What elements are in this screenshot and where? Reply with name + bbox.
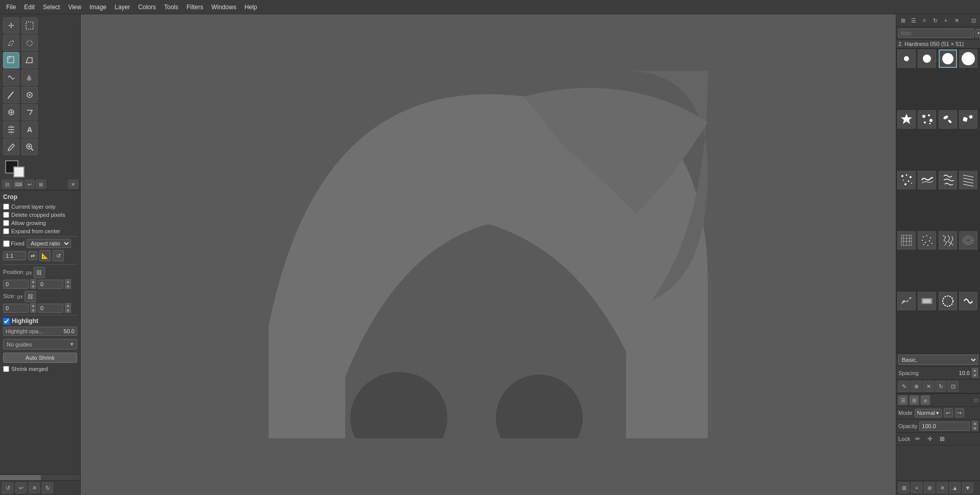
layers-mode-redo-btn[interactable]: ↪ bbox=[955, 408, 964, 417]
ratio-width-input[interactable] bbox=[3, 251, 26, 260]
color-picker-tool[interactable] bbox=[3, 139, 19, 155]
bucket-fill-tool[interactable] bbox=[21, 69, 38, 86]
left-panel-scrollbar[interactable] bbox=[0, 474, 80, 480]
pencil-tool[interactable] bbox=[3, 87, 19, 103]
menu-image[interactable]: Image bbox=[85, 3, 110, 12]
device-status-tab[interactable]: ⌨ bbox=[13, 180, 23, 189]
scroll-thumb[interactable] bbox=[0, 475, 41, 480]
warp-transform-tool[interactable] bbox=[3, 69, 19, 86]
layers-tab-icon[interactable]: ☰ bbox=[898, 395, 907, 405]
size-chain-btn[interactable]: ⛓ bbox=[25, 291, 36, 302]
restore-settings-btn[interactable]: ↻ bbox=[42, 482, 53, 493]
brush-cell-17[interactable] bbox=[897, 292, 916, 310]
menu-filters[interactable]: Filters bbox=[182, 3, 207, 12]
brushes-settings-icon[interactable]: ⊡ bbox=[969, 16, 978, 25]
brush-cell-11[interactable] bbox=[939, 171, 957, 189]
menu-select[interactable]: Select bbox=[39, 3, 64, 12]
ratio-save-button[interactable]: 📐 bbox=[39, 250, 51, 261]
brushes-tag-icon[interactable]: ⌗ bbox=[920, 16, 929, 25]
brush-cell-2[interactable] bbox=[918, 50, 936, 68]
undo-history-tab[interactable]: ↩ bbox=[25, 180, 35, 189]
brush-cell-6[interactable] bbox=[918, 110, 936, 129]
menu-view[interactable]: View bbox=[64, 3, 85, 12]
move-tool[interactable]: ✛ bbox=[3, 17, 19, 34]
position-y-up[interactable]: ▲ bbox=[65, 279, 71, 284]
guides-dropdown[interactable]: No guides ▾ bbox=[3, 339, 77, 350]
smudge-tool[interactable] bbox=[21, 104, 38, 120]
text-tool[interactable]: A bbox=[21, 121, 38, 138]
allow-growing-checkbox[interactable] bbox=[3, 220, 9, 226]
lock-all-icon[interactable]: ⊠ bbox=[938, 434, 947, 443]
menu-colors[interactable]: Colors bbox=[134, 3, 160, 12]
layers-mode-undo-btn[interactable]: ↩ bbox=[944, 408, 953, 417]
brush-cell-13[interactable] bbox=[897, 231, 916, 250]
reset-tool-btn[interactable]: ↺ bbox=[2, 482, 13, 493]
brush-cell-16[interactable] bbox=[959, 231, 977, 250]
brush-cell-3[interactable] bbox=[939, 50, 957, 68]
size-w-up[interactable]: ▲ bbox=[30, 303, 36, 308]
undo-settings-btn[interactable]: ↩ bbox=[15, 482, 27, 493]
brush-delete-btn[interactable]: ✕ bbox=[923, 381, 934, 392]
background-color-swatch[interactable] bbox=[13, 166, 25, 178]
menu-windows[interactable]: Windows bbox=[207, 3, 241, 12]
lock-position-icon[interactable]: ✛ bbox=[925, 434, 935, 443]
menu-tools[interactable]: Tools bbox=[160, 3, 182, 12]
paths-tab-icon[interactable]: ⌀ bbox=[921, 395, 930, 405]
heal-tool[interactable] bbox=[3, 104, 19, 120]
free-select-tool[interactable] bbox=[3, 35, 19, 51]
brush-cell-9[interactable] bbox=[897, 171, 916, 189]
size-width-input[interactable] bbox=[3, 304, 29, 313]
brush-cell-10[interactable] bbox=[918, 171, 936, 189]
tool-options-tab[interactable]: ⊟ bbox=[2, 180, 12, 189]
size-height-input[interactable] bbox=[38, 304, 63, 313]
position-x-down[interactable]: ▼ bbox=[30, 284, 36, 289]
new-layer-group-btn[interactable]: ⊞ bbox=[898, 482, 910, 493]
spacing-up-button[interactable]: ▲ bbox=[972, 368, 978, 373]
size-h-down[interactable]: ▼ bbox=[65, 308, 71, 313]
menu-help[interactable]: Help bbox=[241, 3, 261, 12]
brush-cell-19[interactable] bbox=[939, 292, 957, 310]
perspective-tool[interactable] bbox=[21, 52, 38, 68]
brush-cell-1[interactable] bbox=[897, 50, 916, 68]
delete-layer-btn[interactable]: ✕ bbox=[937, 482, 948, 493]
delete-cropped-pixels-checkbox[interactable] bbox=[3, 212, 9, 218]
brush-duplicate-btn[interactable]: ⊕ bbox=[911, 381, 922, 392]
auto-shrink-button[interactable]: Auto Shrink bbox=[3, 353, 77, 363]
filter-dropdown-button[interactable]: ▾ bbox=[975, 29, 980, 37]
position-x-input[interactable] bbox=[3, 280, 29, 289]
duplicate-layer-btn[interactable]: ⊕ bbox=[924, 482, 935, 493]
current-layer-only-checkbox[interactable] bbox=[3, 204, 9, 210]
lock-pixels-icon[interactable]: ✏ bbox=[913, 434, 922, 443]
align-tool[interactable] bbox=[3, 121, 19, 138]
menu-edit[interactable]: Edit bbox=[20, 3, 39, 12]
expand-from-center-checkbox[interactable] bbox=[3, 228, 9, 234]
rectangle-select-tool[interactable] bbox=[21, 17, 38, 34]
layers-mode-select[interactable]: Normal ▾ bbox=[915, 409, 942, 417]
menu-file[interactable]: File bbox=[2, 3, 20, 12]
paintbrush-tool[interactable] bbox=[21, 87, 38, 103]
layer-down-btn[interactable]: ▼ bbox=[962, 482, 973, 493]
position-y-input[interactable] bbox=[38, 280, 63, 289]
position-y-down[interactable]: ▼ bbox=[65, 284, 71, 289]
brush-cell-4[interactable] bbox=[959, 50, 977, 68]
brush-cell-18[interactable] bbox=[918, 292, 936, 310]
brush-cell-20[interactable] bbox=[959, 292, 977, 310]
brush-cell-14[interactable] bbox=[918, 231, 936, 250]
aspect-ratio-select[interactable]: Aspect ratio bbox=[27, 239, 71, 248]
brush-edit-btn[interactable]: ✎ bbox=[898, 381, 910, 392]
brush-cell-15[interactable] bbox=[939, 231, 957, 250]
close-panel-btn[interactable]: ✕ bbox=[68, 180, 78, 189]
ratio-reset-button[interactable]: ↺ bbox=[53, 250, 64, 261]
layer-up-btn[interactable]: ▲ bbox=[949, 482, 961, 493]
spacing-down-button[interactable]: ▼ bbox=[972, 373, 978, 378]
brushes-list-view-icon[interactable]: ☰ bbox=[909, 16, 918, 25]
size-h-up[interactable]: ▲ bbox=[65, 303, 71, 308]
brush-cell-7[interactable] bbox=[939, 110, 957, 129]
brush-expand-btn[interactable]: ⊡ bbox=[947, 381, 959, 392]
brush-preset-dropdown[interactable]: Basic, bbox=[898, 355, 978, 365]
layers-opacity-input[interactable] bbox=[919, 422, 970, 431]
crop-tool[interactable] bbox=[3, 52, 19, 68]
fixed-checkbox[interactable] bbox=[3, 240, 10, 247]
brush-filter-input[interactable] bbox=[898, 29, 974, 38]
brush-cell-12[interactable] bbox=[959, 171, 977, 189]
